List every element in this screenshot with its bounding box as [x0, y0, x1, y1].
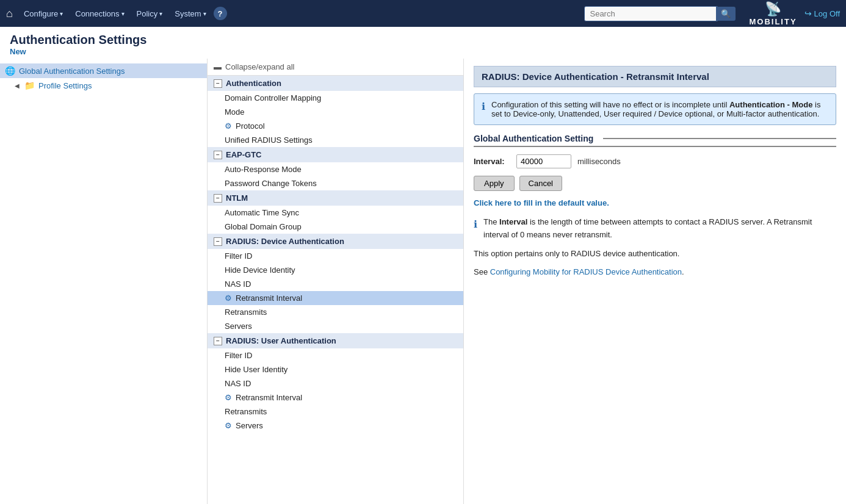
sidebar-item-profile-settings[interactable]: ◀ 📁 Profile Settings — [0, 78, 207, 93]
default-value-link[interactable]: Click here to fill in the default value. — [474, 198, 836, 207]
tree-item-password-change-tokens[interactable]: Password Change Tokens — [208, 176, 463, 190]
new-link[interactable]: New — [10, 47, 26, 56]
sidebar: 🌐 Global Authentication Settings ◀ 📁 Pro… — [0, 59, 208, 504]
page-title: Authentication Settings — [10, 33, 836, 47]
content-panel: RADIUS: Device Authentication - Retransm… — [464, 59, 846, 504]
desc-info-row: ℹ The Interval is the length of time bet… — [474, 216, 836, 242]
setting-section-title: Global Authentication Setting — [474, 134, 836, 147]
logoff-section: ↪ Log Off — [804, 9, 840, 18]
tree-item-retransmits-user[interactable]: Retransmits — [208, 405, 463, 419]
tree-item-retransmit-interval-user[interactable]: ⚙ Retransmit Interval — [208, 391, 463, 405]
info-box: ℹ Configuration of this setting will hav… — [474, 93, 836, 125]
tree-item-mode[interactable]: Mode — [208, 105, 463, 119]
tree-section-authentication[interactable]: − Authentication — [208, 76, 463, 91]
global-auth-icon: 🌐 — [5, 66, 15, 76]
tree-item-filter-id-device[interactable]: Filter ID — [208, 249, 463, 263]
retransmit-interval-gear-icon: ⚙ — [225, 293, 232, 303]
interval-input[interactable] — [516, 154, 571, 168]
interval-setting-row: Interval: milliseconds — [474, 154, 836, 168]
servers-user-gear-icon: ⚙ — [225, 421, 232, 430]
protocol-gear-icon: ⚙ — [225, 121, 232, 131]
interval-unit: milliseconds — [577, 157, 621, 166]
profile-settings-icon: 📁 — [24, 81, 35, 90]
cancel-button[interactable]: Cancel — [519, 176, 562, 191]
tree-item-filter-id-user[interactable]: Filter ID — [208, 348, 463, 362]
tree-item-retransmit-interval-device[interactable]: ⚙ Retransmit Interval — [208, 291, 463, 305]
tree-item-protocol[interactable]: ⚙ Protocol — [208, 119, 463, 133]
tree-item-nas-id-device[interactable]: NAS ID — [208, 277, 463, 291]
action-buttons: Apply Cancel — [474, 176, 836, 191]
mobility-logo-text: MOBILITY — [749, 17, 797, 26]
help-button[interactable]: ? — [214, 7, 227, 20]
configure-menu[interactable]: Configure ▾ — [19, 7, 68, 21]
tree-item-hide-user-identity[interactable]: Hide User Identity — [208, 362, 463, 376]
description-block: ℹ The Interval is the length of time bet… — [474, 216, 836, 279]
tree-item-servers-device[interactable]: Servers — [208, 319, 463, 333]
search-button[interactable]: 🔍 — [716, 7, 736, 21]
tree-panel: ▬ Collapse/expand all − Authentication D… — [208, 59, 464, 504]
tree-item-global-domain-group[interactable]: Global Domain Group — [208, 220, 463, 234]
tree-item-unified-radius[interactable]: Unified RADIUS Settings — [208, 133, 463, 147]
sidebar-label-profile-settings: Profile Settings — [38, 81, 92, 90]
tree-item-auto-response[interactable]: Auto-Response Mode — [208, 162, 463, 176]
tree-item-nas-id-user[interactable]: NAS ID — [208, 376, 463, 391]
mobility-logo: 📡 MOBILITY — [749, 1, 797, 26]
collapse-eap-gtc-btn[interactable]: − — [214, 151, 222, 159]
tree-section-radius-user[interactable]: − RADIUS: User Authentication — [208, 333, 463, 348]
info-icon: ℹ — [482, 101, 485, 118]
policy-menu[interactable]: Policy ▾ — [132, 7, 168, 21]
tree-item-domain-controller-mapping[interactable]: Domain Controller Mapping — [208, 91, 463, 105]
collapse-icon: ▬ — [214, 62, 222, 71]
content-title: RADIUS: Device Authentication - Retransm… — [474, 66, 836, 87]
radius-auth-link[interactable]: Configuring Mobility for RADIUS Device A… — [490, 267, 682, 276]
top-navigation: ⌂ Configure ▾ Connections ▾ Policy ▾ Sys… — [0, 0, 846, 27]
main-layout: 🌐 Global Authentication Settings ◀ 📁 Pro… — [0, 59, 846, 504]
info-box-text: Configuration of this setting will have … — [491, 100, 828, 118]
page: Authentication Settings New 🌐 Global Aut… — [0, 27, 846, 504]
interval-label: Interval: — [474, 157, 510, 166]
collapse-radius-device-btn[interactable]: − — [214, 237, 222, 246]
collapse-authentication-btn[interactable]: − — [214, 79, 222, 88]
mobility-icon: 📡 — [765, 1, 781, 17]
collapse-radius-user-btn[interactable]: − — [214, 337, 222, 345]
system-menu[interactable]: System ▾ — [170, 7, 211, 21]
tree-item-retransmits-device[interactable]: Retransmits — [208, 305, 463, 319]
page-header: Authentication Settings New — [0, 27, 846, 59]
tree-section-eap-gtc[interactable]: − EAP-GTC — [208, 147, 463, 162]
desc-para-2: This option pertains only to RADIUS devi… — [474, 248, 836, 261]
home-icon[interactable]: ⌂ — [6, 7, 13, 20]
desc-para-1: The Interval is the length of time betwe… — [483, 216, 836, 242]
tree-section-radius-device[interactable]: − RADIUS: Device Authentication — [208, 234, 463, 249]
logoff-link[interactable]: ↪ Log Off — [804, 9, 840, 18]
connections-menu[interactable]: Connections ▾ — [70, 7, 129, 21]
collapse-ntlm-btn[interactable]: − — [214, 194, 222, 203]
tree-section-ntlm[interactable]: − NTLM — [208, 190, 463, 206]
back-arrow-icon: ◀ — [15, 82, 20, 89]
sidebar-label-global-auth: Global Authentication Settings — [19, 67, 125, 76]
logoff-icon: ↪ — [804, 9, 812, 18]
retransmit-interval-user-gear-icon: ⚙ — [225, 393, 232, 402]
tree-item-automatic-time-sync[interactable]: Automatic Time Sync — [208, 206, 463, 220]
tree-item-hide-device-identity[interactable]: Hide Device Identity — [208, 263, 463, 277]
search-bar: 🔍 — [584, 6, 736, 21]
apply-button[interactable]: Apply — [474, 176, 515, 191]
tree-item-servers-user[interactable]: ⚙ Servers — [208, 419, 463, 433]
desc-info-icon: ℹ — [474, 217, 477, 232]
collapse-expand-bar[interactable]: ▬ Collapse/expand all — [208, 59, 463, 76]
search-input[interactable] — [584, 6, 718, 21]
sidebar-item-global-auth[interactable]: 🌐 Global Authentication Settings — [0, 63, 207, 78]
desc-para-3: See Configuring Mobility for RADIUS Devi… — [474, 266, 836, 279]
